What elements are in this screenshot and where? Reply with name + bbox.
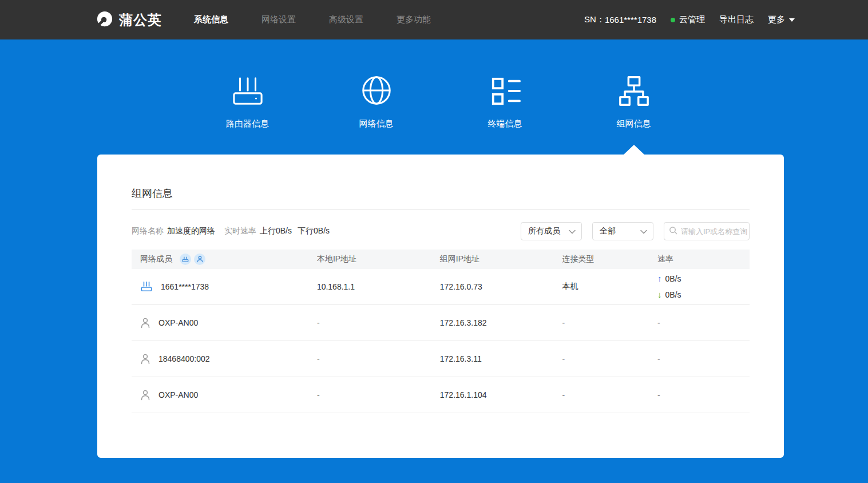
person-icon (140, 354, 150, 365)
table-row: OXP-AN00 - 172.16.1.104 - - (132, 377, 750, 413)
download-rate-value: 下行0B/s (298, 226, 330, 236)
vpn-ip: 172.16.1.104 (431, 390, 554, 399)
tab-router-info[interactable]: 路由器信息 (183, 72, 312, 129)
table-row: 18468400:002 - 172.16.3.11 - - (132, 341, 750, 377)
network-summary: 网络名称 加速度的网络 实时速率 上行0B/s 下行0B/s (132, 226, 339, 236)
local-ip: - (308, 318, 431, 327)
search-icon (669, 226, 677, 237)
caret-down-icon (789, 18, 795, 22)
tab-label: 组网信息 (617, 118, 651, 129)
page-title: 组网信息 (132, 155, 750, 200)
download-rate: 0B/s (665, 290, 681, 299)
nav-item-network-settings[interactable]: 网络设置 (253, 11, 304, 29)
type-filter-select[interactable]: 全部 (592, 222, 653, 240)
client-filter-icon[interactable] (194, 254, 205, 265)
tab-label: 终端信息 (488, 118, 522, 129)
member-name: OXP-AN00 (158, 318, 198, 327)
export-log-link[interactable]: 导出日志 (719, 14, 754, 25)
network-name-label: 网络名称 (132, 226, 164, 236)
router-filter-icon[interactable] (180, 254, 191, 265)
conn-type: 本机 (554, 282, 649, 292)
tab-terminal-info[interactable]: 终端信息 (441, 72, 569, 129)
top-navbar: 蒲公英 系统信息 网络设置 高级设置 更多功能 SN： 1661****1738… (0, 0, 868, 39)
col-header-rate: 速率 (649, 254, 750, 264)
title-divider (132, 209, 750, 210)
globe-icon (360, 72, 393, 107)
network-name-value: 加速度的网络 (167, 226, 215, 236)
tab-label: 路由器信息 (226, 118, 269, 129)
vpn-ip: 172.16.0.73 (431, 282, 554, 291)
more-menu-button[interactable]: 更多 (768, 14, 795, 25)
rate-cell: - (649, 318, 750, 327)
nav-item-more-features[interactable]: 更多功能 (389, 11, 439, 29)
upload-rate-value: 上行0B/s (260, 226, 292, 236)
sn-value: 1661****1738 (605, 15, 656, 25)
chevron-down-icon (569, 227, 576, 236)
col-header-conn-type: 连接类型 (554, 254, 649, 264)
cloud-management-link[interactable]: 云管理 (671, 14, 705, 25)
active-tab-pointer (624, 145, 644, 155)
main-nav: 系统信息 网络设置 高级设置 更多功能 (186, 11, 456, 29)
member-name: 18468400:002 (158, 354, 210, 363)
upload-rate: 0B/s (665, 274, 681, 283)
tab-network-info[interactable]: 网络信息 (312, 72, 441, 129)
conn-type: - (554, 354, 649, 363)
conn-type: - (554, 390, 649, 399)
router-icon (230, 72, 265, 107)
local-ip: 10.168.1.1 (308, 282, 431, 291)
rate-cell: - (649, 354, 750, 363)
online-status-dot-icon (671, 18, 675, 22)
rate-cell: ↑0B/s ↓0B/s (657, 271, 681, 303)
terminal-list-icon (489, 72, 522, 107)
nav-item-advanced-settings[interactable]: 高级设置 (321, 11, 371, 29)
local-ip: - (308, 354, 431, 363)
table-header-row: 网络成员 (132, 250, 750, 269)
table-row: 1661****1738 10.168.1.1 172.16.0.73 本机 ↑… (132, 269, 750, 305)
rate-cell: - (649, 390, 750, 399)
table-row: OXP-AN00 - 172.16.3.182 - - (132, 305, 750, 341)
hero-section: 路由器信息 网络信息 终端信 (0, 39, 868, 155)
local-ip: - (308, 390, 431, 399)
search-field (664, 222, 750, 240)
brand-logo[interactable]: 蒲公英 (96, 10, 162, 30)
vpn-ip: 172.16.3.11 (431, 354, 554, 363)
member-name: OXP-AN00 (158, 390, 198, 399)
realtime-rate-label: 实时速率 (224, 226, 256, 236)
conn-type: - (554, 318, 649, 327)
vpn-ip: 172.16.3.182 (431, 318, 554, 327)
person-icon (140, 390, 150, 401)
col-header-member: 网络成员 (140, 254, 172, 264)
tab-grouping-info[interactable]: 组网信息 (569, 72, 698, 129)
download-arrow-icon: ↓ (657, 290, 662, 299)
grouping-info-panel: 组网信息 网络名称 加速度的网络 实时速率 上行0B/s 下行0B/s 所有成员… (97, 155, 784, 458)
member-name: 1661****1738 (161, 282, 209, 291)
sn-label: SN： (584, 14, 605, 25)
chevron-down-icon (640, 227, 647, 236)
brand-name: 蒲公英 (119, 11, 162, 29)
col-header-vpn-ip: 组网IP地址 (431, 254, 554, 264)
person-icon (140, 318, 150, 328)
brand-logo-icon (96, 10, 113, 30)
sn-display: SN： 1661****1738 (584, 14, 656, 25)
topology-icon (617, 72, 651, 107)
members-table: 网络成员 (132, 250, 750, 413)
router-icon (140, 281, 153, 292)
col-header-local-ip: 本地IP地址 (308, 254, 431, 264)
upload-arrow-icon: ↑ (657, 274, 662, 283)
member-filter-select[interactable]: 所有成员 (521, 222, 582, 240)
nav-item-system-info[interactable]: 系统信息 (186, 11, 236, 29)
search-input[interactable] (681, 227, 748, 236)
tab-label: 网络信息 (359, 118, 394, 129)
info-tabs: 路由器信息 网络信息 终端信 (97, 39, 784, 129)
